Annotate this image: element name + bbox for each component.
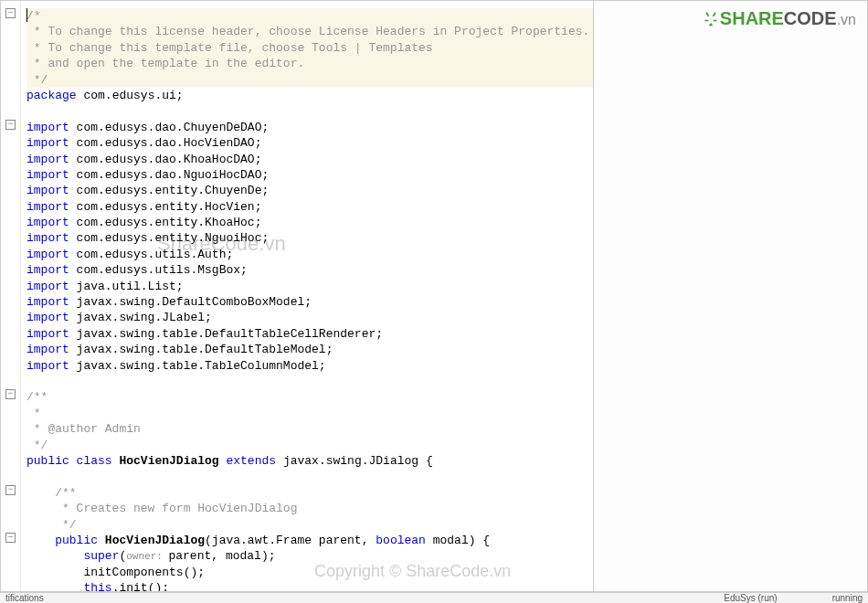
code-line[interactable]: /* xyxy=(26,8,593,24)
code-line[interactable]: */ xyxy=(26,517,593,533)
preview-panel: SHARECODE.vn xyxy=(593,1,867,591)
code-line[interactable] xyxy=(26,374,593,389)
code-line[interactable]: import java.util.List; xyxy=(26,279,593,294)
code-line[interactable]: /** xyxy=(26,389,593,405)
code-line[interactable]: package com.edusys.ui; xyxy=(26,88,593,103)
fold-toggle[interactable]: − xyxy=(5,389,16,399)
code-line[interactable]: import com.edusys.dao.NguoiHocDAO; xyxy=(26,167,593,183)
code-line[interactable]: /** xyxy=(26,485,593,501)
code-line[interactable]: * @author Admin xyxy=(26,421,593,437)
code-line[interactable]: */ xyxy=(26,72,593,88)
status-mid: EduSys (run) xyxy=(724,593,777,603)
code-line[interactable]: import com.edusys.utils.MsgBox; xyxy=(26,262,593,278)
code-line[interactable]: * To change this template file, choose T… xyxy=(26,40,593,56)
logo-text-2: CODE xyxy=(784,8,837,28)
text-caret xyxy=(26,8,27,22)
code-line[interactable]: import com.edusys.entity.KhoaHoc; xyxy=(26,215,593,230)
fold-toggle[interactable]: − xyxy=(5,533,16,543)
status-bar: tifications EduSys (run) running xyxy=(0,592,868,603)
code-line[interactable]: public class HocVienJDialog extends java… xyxy=(26,453,593,469)
fold-toggle[interactable]: − xyxy=(5,120,16,130)
code-area[interactable]: /* * To change this license header, choo… xyxy=(21,1,593,591)
editor-container: −−−−− /* * To change this license header… xyxy=(0,0,868,592)
code-line[interactable]: import com.edusys.dao.HocVienDAO; xyxy=(26,135,593,151)
status-right: running xyxy=(832,593,863,603)
code-line[interactable]: * xyxy=(26,406,593,421)
logo-suffix: .vn xyxy=(837,12,856,27)
code-line[interactable]: import com.edusys.dao.KhoaHocDAO; xyxy=(26,152,593,167)
code-line[interactable]: * Creates new form HocVienJDialog xyxy=(26,501,593,516)
code-line[interactable]: import javax.swing.table.TableColumnMode… xyxy=(26,358,593,374)
code-line[interactable]: public HocVienJDialog(java.awt.Frame par… xyxy=(26,533,593,548)
code-line[interactable]: import javax.swing.DefaultComboBoxModel; xyxy=(26,294,593,310)
fold-toggle[interactable]: − xyxy=(5,8,16,18)
code-line[interactable]: import com.edusys.entity.HocVien; xyxy=(26,199,593,215)
code-line[interactable]: import com.edusys.utils.Auth; xyxy=(26,247,593,262)
code-line[interactable]: * To change this license header, choose … xyxy=(26,24,593,39)
status-left: tifications xyxy=(5,593,44,603)
code-line[interactable]: import com.edusys.entity.NguoiHoc; xyxy=(26,230,593,246)
sharecode-logo: SHARECODE.vn xyxy=(702,8,856,29)
fold-toggle[interactable]: − xyxy=(5,485,16,495)
code-line[interactable]: import javax.swing.table.DefaultTableMod… xyxy=(26,342,593,357)
code-line[interactable]: initComponents(); xyxy=(26,565,593,580)
code-line[interactable]: super(owner: parent, modal); xyxy=(26,548,593,564)
code-line[interactable]: this.init(); xyxy=(26,580,593,591)
logo-text-1: SHARE xyxy=(720,8,784,28)
code-line[interactable]: import com.edusys.dao.ChuyenDeDAO; xyxy=(26,120,593,135)
recycle-icon xyxy=(702,9,720,27)
code-line[interactable]: import com.edusys.entity.ChuyenDe; xyxy=(26,183,593,198)
code-line[interactable]: * and open the template in the editor. xyxy=(26,56,593,71)
code-line[interactable] xyxy=(26,469,593,484)
code-line[interactable]: import javax.swing.JLabel; xyxy=(26,310,593,325)
code-line[interactable]: */ xyxy=(26,438,593,453)
code-line[interactable]: import javax.swing.table.DefaultTableCel… xyxy=(26,326,593,342)
fold-gutter: −−−−− xyxy=(1,1,21,591)
code-line[interactable] xyxy=(26,103,593,119)
